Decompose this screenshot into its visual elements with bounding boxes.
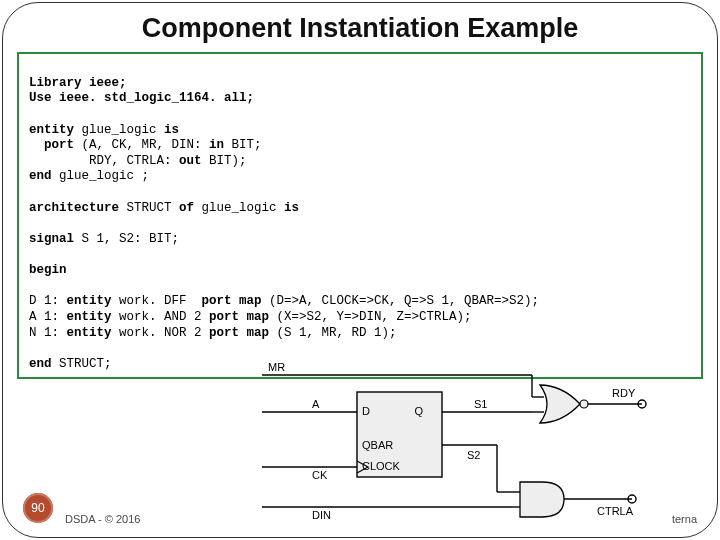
code-line: end STRUCT;: [29, 357, 112, 371]
code-line: end glue_logic ;: [29, 169, 149, 183]
label-qbar: QBAR: [362, 439, 393, 451]
footer-right-fragment: terna: [672, 513, 697, 525]
code-line: A 1: entity work. AND 2 port map (X=>S2,…: [29, 310, 472, 324]
code-line: N 1: entity work. NOR 2 port map (S 1, M…: [29, 326, 397, 340]
label-rdy: RDY: [612, 387, 636, 399]
code-line: architecture STRUCT of glue_logic is: [29, 201, 299, 215]
code-line: D 1: entity work. DFF port map (D=>A, CL…: [29, 294, 539, 308]
code-line: RDY, CTRLA: out BIT);: [29, 154, 247, 168]
label-s2: S2: [467, 449, 480, 461]
code-line: begin: [29, 263, 67, 277]
code-line: signal S 1, S2: BIT;: [29, 232, 179, 246]
code-line: entity glue_logic is: [29, 123, 179, 137]
label-mr: MR: [268, 361, 285, 373]
label-ctrla: CTRLA: [597, 505, 634, 517]
slide-title: Component Instantiation Example: [11, 13, 709, 44]
code-line: Library ieee;: [29, 76, 127, 90]
code-box: Library ieee; Use ieee. std_logic_1164. …: [17, 52, 703, 379]
label-q: Q: [414, 405, 423, 417]
label-a: A: [312, 398, 320, 410]
label-clock: CLOCK: [362, 460, 401, 472]
code-line: port (A, CK, MR, DIN: in BIT;: [29, 138, 262, 152]
label-din: DIN: [312, 509, 331, 521]
svg-point-9: [580, 400, 588, 408]
label-s1: S1: [474, 398, 487, 410]
code-line: Use ieee. std_logic_1164. all;: [29, 91, 254, 105]
label-ck: CK: [312, 469, 328, 481]
label-d: D: [362, 405, 370, 417]
page-number-badge: 90: [23, 493, 53, 523]
footer-copyright: DSDA - © 2016: [65, 513, 140, 525]
circuit-diagram: D Q QBAR CLOCK MR A CK DIN S1 S2 RD: [262, 357, 652, 527]
